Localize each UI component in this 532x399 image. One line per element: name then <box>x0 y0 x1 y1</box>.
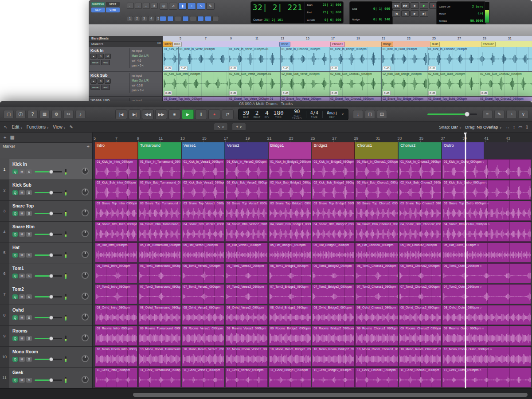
read-selector[interactable]: read <box>101 60 110 65</box>
audio-region[interactable]: 07_Tom2_Chorus1_090bpm <box>355 284 398 304</box>
audio-region[interactable]: 11_Geek_Verse2_090bpm <box>225 368 268 387</box>
note-pads-icon[interactable]: ✎ <box>494 110 505 119</box>
audio-region[interactable]: 09_Rooms_Outro_090bpm ○ <box>442 326 531 346</box>
volume-knob[interactable] <box>49 170 53 174</box>
audio-region[interactable]: 11_Geek_Chorus1_090bpm <box>355 368 398 387</box>
pt-forward-button[interactable]: ▶▶ <box>401 2 410 9</box>
audio-region[interactable]: 06_Tom1_Outro_090bpm ○ <box>442 263 531 283</box>
mute-button[interactable]: M <box>19 336 25 341</box>
audio-region[interactable]: 11_Geek_Bridge1_090bpm <box>269 368 311 387</box>
audio-region[interactable]: 02_Kick_Sub_Verse_090bpm-010 dB <box>228 72 280 96</box>
audio-region[interactable]: 01_Kick_In_Chorus1_090bpm <box>355 159 398 179</box>
audio-region[interactable]: 10_Mono_Room_Chorus2_090bpm <box>399 347 441 367</box>
audio-region[interactable]: 06_Tom1_Chorus1_090bpm <box>355 263 398 283</box>
zoom-preset-2[interactable]: 2 <box>134 16 140 21</box>
audio-region[interactable]: 02_Kick_Sub_Verse1_090bpm <box>182 180 224 200</box>
lcd-chevron-icon[interactable]: ∨ <box>341 112 344 116</box>
region-gain-badge[interactable]: 0 dB <box>480 91 488 95</box>
solo-button[interactable]: S <box>26 294 32 299</box>
output-assignment[interactable]: Main Out L/R <box>132 53 164 58</box>
pan-knob[interactable] <box>82 272 89 279</box>
capture-recording-icon[interactable]: ↓ <box>353 110 363 119</box>
pt-field-value[interactable]: 0| 0| 000 <box>325 18 341 22</box>
region-gain-badge[interactable]: 0 dB <box>180 66 188 70</box>
pan-knob[interactable] <box>82 251 89 258</box>
volume-knob[interactable] <box>49 274 53 278</box>
audio-region[interactable]: 06_Tom1_Turnaround_090bpm <box>138 263 181 283</box>
audio-region[interactable]: 02_Kick_Sub_Intro_090bpm <box>95 180 137 200</box>
pt-markers-label[interactable]: Markers <box>89 42 163 47</box>
audio-region[interactable]: 07_Tom2_Intro_090bpm <box>95 284 137 304</box>
pause-button[interactable]: ‖ <box>195 110 207 119</box>
pan-knob[interactable] <box>82 313 89 321</box>
audio-region[interactable]: 09_Rooms_Chorus1_090bpm <box>355 326 398 346</box>
audio-region[interactable]: 03_Snare_Top_Verse_090bpm0 dB <box>280 97 329 101</box>
go-to-beginning-button[interactable]: |◀ <box>115 110 127 119</box>
audio-region[interactable]: 08_Ovhd_Intro_090bpm <box>95 305 137 325</box>
volume-slider[interactable] <box>35 338 62 339</box>
audio-region[interactable]: 06_Tom1_Chorus2_090bpm <box>399 263 441 283</box>
mute-button[interactable]: M <box>19 211 25 216</box>
audio-region[interactable]: 04_Snare_Btm_Intro_090bpm <box>95 222 137 242</box>
audio-region[interactable]: 07_Tom2_Outro_090bpm ○ <box>442 284 531 304</box>
volume-knob[interactable] <box>49 295 53 299</box>
quantize-badge[interactable]: Q <box>12 378 18 383</box>
grabber-tool-icon[interactable]: + <box>188 3 196 10</box>
audio-region[interactable]: 01_Kick_In_Verse_090bpm-010 dB <box>228 47 280 71</box>
volume-slider[interactable] <box>35 171 62 172</box>
region-gain-badge[interactable]: 0 dB <box>229 91 237 95</box>
edit-toggle-3[interactable] <box>175 16 181 21</box>
main-window-icon[interactable]: ▢ <box>4 110 14 119</box>
audio-region[interactable]: 01_Kick_In_Outro_090bpm ○ <box>442 159 531 179</box>
edit-mode-shuffle[interactable]: SHUFFLE <box>91 2 105 7</box>
smart-controls-icon[interactable]: ⚙ <box>51 110 62 119</box>
audio-region[interactable]: 09_Rooms_Turnaround_090bpm <box>138 326 181 346</box>
volume-slider[interactable] <box>35 213 62 214</box>
marker-intro[interactable]: Intro <box>172 42 182 47</box>
marker-chorus2[interactable]: Chorus2 <box>481 42 496 47</box>
audio-region[interactable]: 11_Geek_Turnaround_090bpm <box>138 368 181 387</box>
zoom-out-horizontal-icon[interactable]: ← <box>127 3 134 9</box>
region-gain-badge[interactable]: 0 dB <box>282 66 289 70</box>
add-track-button[interactable]: + <box>4 135 6 140</box>
audio-region[interactable]: 04_Snare_Btm_Chorus2_090bpm <box>399 222 441 242</box>
audio-region[interactable]: 04_Snare_Btm_Outro_090bpm ○ <box>442 222 531 242</box>
audio-region[interactable]: 01_Kick_In_Verse1_090bpm <box>182 159 224 179</box>
menu-functions[interactable]: Functions∨ <box>27 125 49 129</box>
audio-region[interactable]: 09_Rooms_Verse2_090bpm <box>225 326 268 346</box>
playhead[interactable] <box>465 133 466 388</box>
quantize-badge[interactable]: Q <box>12 211 18 216</box>
track-header-tom1[interactable]: 6Tom1QMS <box>0 263 92 284</box>
audio-region[interactable]: 05_Hat_Verse2_090bpm <box>225 243 268 262</box>
pt-ahead-button[interactable]: ▶ <box>411 10 419 17</box>
audio-region[interactable]: 02_Kick_Sub_Verse_090bpm0 dB <box>280 72 329 96</box>
solo-button[interactable]: S <box>26 211 32 216</box>
audio-region[interactable]: 02_Kick_Sub_Intro_090bpm0 dB <box>163 72 228 96</box>
pt-go-end-button[interactable]: ▶| <box>420 10 428 17</box>
mute-button[interactable]: M <box>19 294 25 299</box>
logic-lcd-display[interactable]: 39BAR 2BEAT 4DIV 180TICK 90KEEPTEMPO 4/4… <box>238 109 348 120</box>
audio-region[interactable]: 08_Ovhd_Bridge1_090bpm <box>269 305 311 325</box>
arrangement-marker-verse1[interactable]: Verse1 <box>182 142 225 159</box>
audio-region[interactable]: 01_Kick_In_Chorus1_090bpm0 dB <box>280 47 329 71</box>
audio-region[interactable]: 04_Snare_Btm_Bridge2_090bpm <box>312 222 354 242</box>
audio-region[interactable]: 02_Kick_Sub_Bridge_090bpm0 dB <box>381 72 427 96</box>
volume-slider[interactable] <box>35 296 62 297</box>
solo-button[interactable]: S <box>26 378 32 383</box>
volume-slider[interactable] <box>35 234 62 235</box>
audio-region[interactable]: 11_Geek_Outro_090bpm ○ <box>442 368 531 387</box>
duplicate-track-button[interactable]: ▦ <box>10 134 14 140</box>
quantize-badge[interactable]: Q <box>12 274 18 278</box>
audio-region[interactable]: 08_Ovhd_Verse1_090bpm <box>182 305 224 325</box>
selector-tool-icon[interactable]: ▮ <box>178 3 187 10</box>
audio-region[interactable]: 01_Kick_In_Bridge2_090bpm <box>312 159 354 179</box>
audio-region[interactable]: 02_Kick_Sub_Turnaround_090bpm <box>138 180 181 200</box>
audio-region[interactable]: 01_Kick_In_Bridge1_090bpm <box>269 159 311 179</box>
audio-region[interactable]: 10_Mono_Room_Intro_090bpm <box>95 347 137 367</box>
zoom-preset-4[interactable]: 4 <box>148 16 154 21</box>
region-gain-badge[interactable]: 0 dB <box>383 66 391 70</box>
solo-button[interactable]: S <box>26 190 32 195</box>
region-gain-badge[interactable]: 0 dB <box>428 91 436 95</box>
pan-knob[interactable] <box>82 293 89 300</box>
volume-slider[interactable] <box>35 192 62 193</box>
